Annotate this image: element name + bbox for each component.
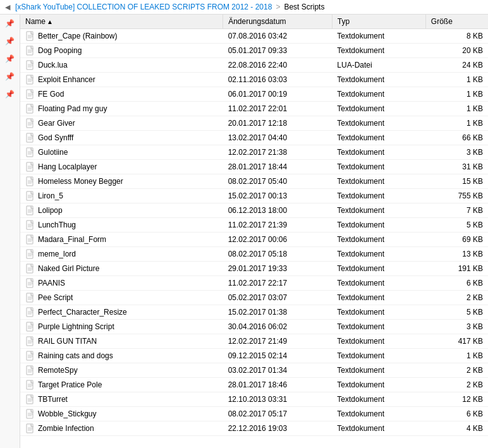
file-name-cell: Perfect_Character_Resize (20, 305, 223, 320)
pin-icon-4[interactable]: 📌 (4, 70, 16, 83)
file-icon (25, 278, 35, 288)
file-name-cell: Lolipop (20, 203, 223, 218)
file-size: 5 KB (425, 218, 488, 233)
file-date: 08.02.2017 05:18 (223, 247, 332, 262)
pin-icon-2[interactable]: 📌 (4, 35, 16, 47)
nav-back-icon[interactable]: ◀ (5, 3, 10, 11)
file-type: Textdokument (332, 44, 425, 58)
table-row[interactable]: Gear Giver20.01.2017 12:18Textdokument1 … (20, 116, 488, 131)
file-date: 15.02.2017 01:38 (223, 305, 332, 320)
file-type: Textdokument (332, 349, 425, 363)
file-size: 1 KB (425, 73, 488, 87)
file-name-cell: FE God (20, 87, 223, 102)
table-row[interactable]: Target Pratice Pole28.01.2017 18:46Textd… (20, 378, 488, 392)
file-type: Textdokument (332, 189, 425, 203)
table-row[interactable]: Floating Pad my guy11.02.2017 22:01Textd… (20, 102, 488, 116)
file-date: 15.02.2017 00:13 (223, 189, 332, 203)
breadcrumb-separator: > (276, 3, 280, 11)
file-name-text: Lolipop (38, 206, 63, 215)
file-name-text: Purple Lightning Script (38, 322, 114, 331)
file-type: Textdokument (332, 291, 425, 305)
column-header-name[interactable]: Name▲ (20, 15, 223, 29)
table-row[interactable]: FE God06.01.2017 00:19Textdokument1 KB (20, 87, 488, 102)
table-row[interactable]: Exploit Enhancer02.11.2016 03:03Textdoku… (20, 73, 488, 87)
file-icon (25, 351, 35, 361)
table-row[interactable]: Lolipop06.12.2013 18:00Textdokument7 KB (20, 203, 488, 218)
table-row[interactable]: Madara_Final_Form12.02.2017 00:06Textdok… (20, 233, 488, 247)
table-row[interactable]: Liron_515.02.2017 00:13Textdokument755 K… (20, 189, 488, 203)
file-date: 05.02.2017 03:07 (223, 291, 332, 305)
pin-icon-1[interactable]: 📌 (4, 17, 16, 30)
table-row[interactable]: TBTurret12.10.2013 03:31Textdokument12 K… (20, 392, 488, 407)
file-size: 20 KB (425, 44, 488, 58)
file-icon (25, 423, 35, 433)
file-icon (25, 205, 35, 215)
file-name-text: God Synfff (38, 133, 73, 142)
file-date: 28.01.2017 18:46 (223, 378, 332, 392)
table-row[interactable]: Homeless Money Begger08.02.2017 05:40Tex… (20, 174, 488, 189)
table-row[interactable]: Zombie Infection22.12.2016 19:03Textdoku… (20, 421, 488, 436)
file-name-cell: Pee Script (20, 291, 223, 305)
file-date: 12.02.2017 21:38 (223, 145, 332, 160)
file-size: 66 KB (425, 131, 488, 145)
file-date: 29.01.2017 19:33 (223, 262, 332, 276)
file-name-cell: TBTurret (20, 392, 223, 407)
table-row[interactable]: PAANIS11.02.2017 22:17Textdokument6 KB (20, 276, 488, 291)
file-size: 6 KB (425, 276, 488, 291)
file-name-cell: Naked Girl Picture (20, 262, 223, 276)
file-size: 7 KB (425, 203, 488, 218)
file-date: 13.02.2017 04:40 (223, 131, 332, 145)
file-icon (25, 118, 35, 128)
table-row[interactable]: Gulotiine12.02.2017 21:38Textdokument3 K… (20, 145, 488, 160)
file-name-text: FE God (38, 90, 64, 99)
file-name-cell: Exploit Enhancer (20, 73, 223, 87)
file-icon (25, 365, 35, 375)
table-row[interactable]: meme_lord08.02.2017 05:18Textdokument13 … (20, 247, 488, 262)
file-size: 4 KB (425, 421, 488, 436)
pin-icon-5[interactable]: 📌 (4, 88, 16, 100)
table-row[interactable]: Hang Localplayer28.01.2017 18:44Textdoku… (20, 160, 488, 174)
column-header-date[interactable]: Änderungsdatum (223, 15, 332, 29)
column-header-type[interactable]: Typ (332, 15, 425, 29)
table-row[interactable]: God Synfff13.02.2017 04:40Textdokument66… (20, 131, 488, 145)
file-type: Textdokument (332, 116, 425, 131)
table-row[interactable]: LunchThug11.02.2017 21:39Textdokument5 K… (20, 218, 488, 233)
file-size: 13 KB (425, 247, 488, 262)
main-area: 📌 📌 📌 📌 📌 Name▲ Änderungsdatum Typ Größe (0, 15, 488, 448)
file-size: 3 KB (425, 145, 488, 160)
file-name-cell: Hang Localplayer (20, 160, 223, 174)
table-row[interactable]: Pee Script05.02.2017 03:07Textdokument2 … (20, 291, 488, 305)
table-row[interactable]: Perfect_Character_Resize15.02.2017 01:38… (20, 305, 488, 320)
file-icon (25, 89, 35, 99)
file-name-cell: meme_lord (20, 247, 223, 262)
table-row[interactable]: Purple Lightning Script30.04.2016 06:02T… (20, 320, 488, 334)
file-name-text: Perfect_Character_Resize (38, 308, 127, 317)
file-size: 755 KB (425, 189, 488, 203)
breadcrumb-part1[interactable]: [xShark YouTube] COLLECTION OF LEAKED SC… (15, 3, 272, 11)
table-row[interactable]: Dog Pooping05.01.2017 09:33Textdokument2… (20, 44, 488, 58)
file-icon (25, 45, 35, 56)
pin-icon-3[interactable]: 📌 (4, 52, 16, 65)
file-list-container[interactable]: Name▲ Änderungsdatum Typ Größe Better_Ca… (20, 15, 488, 448)
file-type: Textdokument (332, 320, 425, 334)
file-name-text: LunchThug (38, 221, 76, 229)
file-icon (25, 409, 35, 419)
table-row[interactable]: Raining cats and dogs09.12.2015 02:14Tex… (20, 349, 488, 363)
file-name-text: meme_lord (38, 250, 76, 258)
file-size: 15 KB (425, 174, 488, 189)
file-type: Textdokument (332, 203, 425, 218)
table-row[interactable]: Better_Cape (Rainbow)07.08.2016 03:42Tex… (20, 29, 488, 44)
sort-arrow: ▲ (47, 18, 53, 25)
file-name-text: RemoteSpy (38, 366, 78, 375)
table-row[interactable]: Naked Girl Picture29.01.2017 19:33Textdo… (20, 262, 488, 276)
table-row[interactable]: Wobble_Stickguy08.02.2017 05:17Textdokum… (20, 407, 488, 421)
file-date: 22.08.2016 22:40 (223, 58, 332, 73)
column-header-size[interactable]: Größe (425, 15, 488, 29)
table-row[interactable]: RAIL GUN TITAN12.02.2017 21:49Textdokume… (20, 334, 488, 349)
table-row[interactable]: Duck.lua22.08.2016 22:40LUA-Datei24 KB (20, 58, 488, 73)
table-row[interactable]: RemoteSpy03.02.2017 01:34Textdokument2 K… (20, 363, 488, 378)
file-name-cell: Liron_5 (20, 189, 223, 203)
file-name-cell: RemoteSpy (20, 363, 223, 378)
file-name-cell: Gulotiine (20, 145, 223, 160)
file-date: 11.02.2017 22:01 (223, 102, 332, 116)
